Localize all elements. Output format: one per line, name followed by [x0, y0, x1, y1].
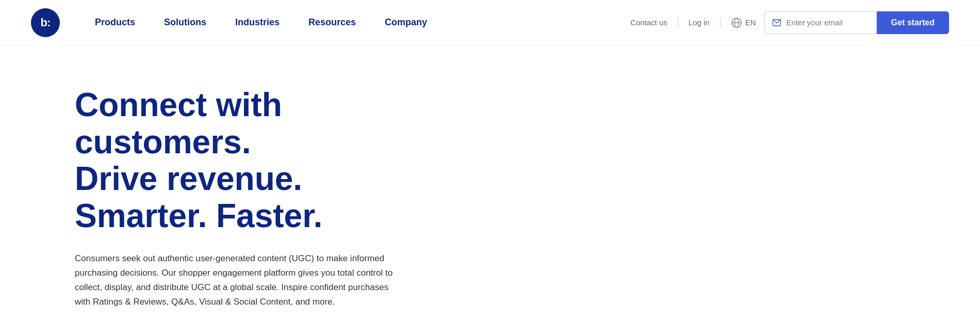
hero-headline-line2: Drive revenue.	[75, 160, 302, 197]
hero-headline-line1: Connect with customers.	[75, 86, 282, 161]
hero-description: Consumers seek out authentic user-genera…	[75, 251, 395, 309]
email-icon	[772, 18, 781, 27]
nav-products[interactable]: Products	[80, 0, 150, 45]
email-input-wrapper	[764, 11, 877, 34]
nav-divider	[678, 18, 678, 28]
site-header: b: Products Solutions Industries Resourc…	[0, 0, 980, 45]
nav-company[interactable]: Company	[370, 0, 442, 45]
nav-divider-2	[720, 18, 721, 28]
hero-headline-line3: Smarter. Faster.	[75, 197, 322, 234]
nav-solutions[interactable]: Solutions	[150, 0, 221, 45]
main-nav: Products Solutions Industries Resources …	[80, 0, 622, 45]
email-input[interactable]	[787, 18, 869, 27]
lang-label: EN	[745, 18, 756, 27]
nav-industries[interactable]: Industries	[221, 0, 294, 45]
nav-resources[interactable]: Resources	[294, 0, 370, 45]
login-link[interactable]: Log in	[680, 18, 718, 27]
logo-letter: b:	[41, 16, 51, 29]
logo-circle: b:	[31, 8, 60, 37]
language-selector[interactable]: EN	[723, 17, 764, 28]
logo[interactable]: b:	[31, 8, 60, 37]
contact-link[interactable]: Contact us	[622, 18, 676, 27]
hero-headline: Connect with customers. Drive revenue. S…	[75, 87, 433, 235]
header-right: Contact us Log in EN Get started	[622, 11, 949, 34]
get-started-button[interactable]: Get started	[877, 11, 949, 34]
hero-section: Connect with customers. Drive revenue. S…	[0, 45, 464, 334]
globe-icon	[731, 17, 742, 28]
